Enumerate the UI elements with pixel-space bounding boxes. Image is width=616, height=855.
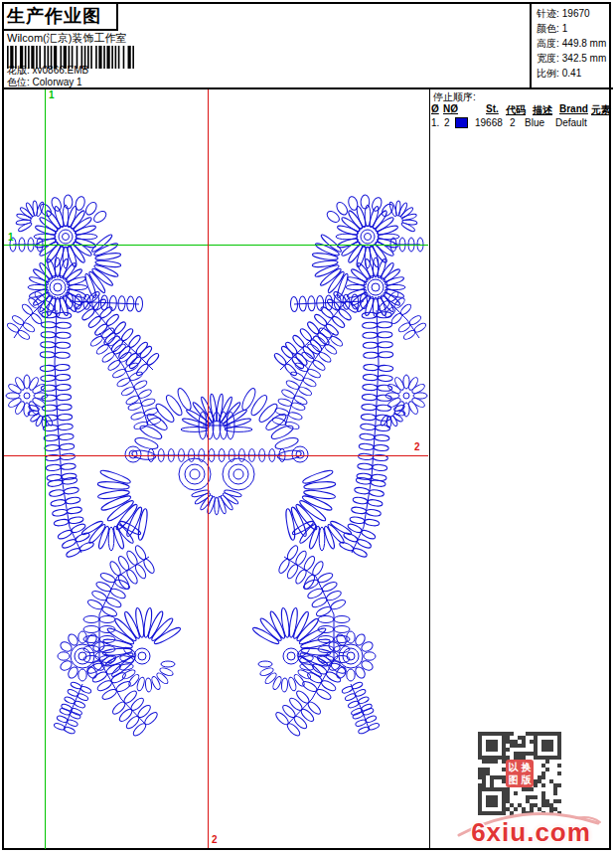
watermark-site: 6xiu.com bbox=[449, 817, 613, 848]
start-marker-left: 1 bbox=[8, 233, 14, 243]
red-stamp: 以 换 图 版 bbox=[506, 760, 534, 787]
end-marker-right: 2 bbox=[414, 442, 420, 452]
start-guide-horizontal bbox=[4, 245, 428, 246]
end-guide-horizontal bbox=[4, 455, 428, 456]
start-marker-top: 1 bbox=[49, 90, 55, 100]
stamp-char: 换 bbox=[522, 762, 532, 773]
stamp-char: 图 bbox=[509, 774, 519, 786]
embroidery-design-canvas bbox=[0, 0, 616, 855]
production-sheet: { "header": { "title": "生产作业图", "studio"… bbox=[0, 0, 616, 855]
stamp-char: 版 bbox=[522, 774, 532, 786]
end-guide-vertical bbox=[208, 89, 209, 848]
start-guide-vertical bbox=[45, 89, 46, 849]
stamp-char: 以 bbox=[509, 762, 519, 773]
end-marker-bottom: 2 bbox=[212, 835, 218, 845]
